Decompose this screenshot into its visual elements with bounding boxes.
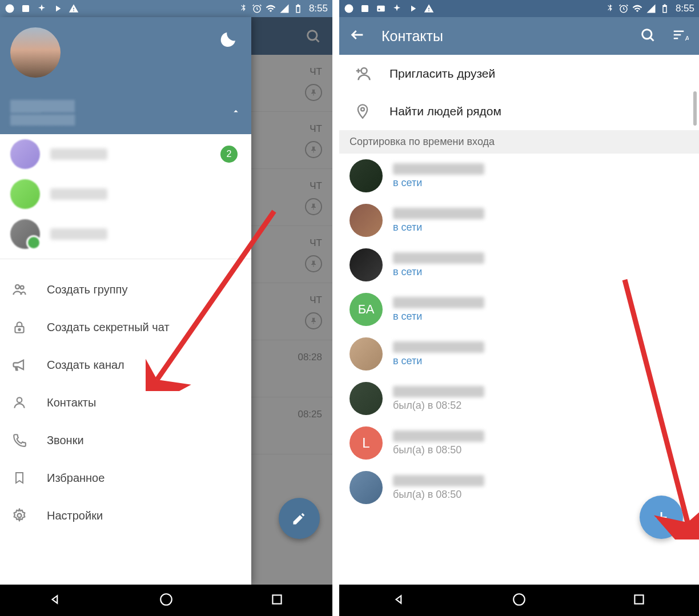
menu-secret-chat[interactable]: Создать секретный чат xyxy=(0,308,251,346)
gear-icon xyxy=(10,508,29,524)
svg-point-13 xyxy=(345,5,353,13)
menu-label: Настройки xyxy=(47,509,103,522)
user-avatar[interactable] xyxy=(10,27,61,78)
sort-icon[interactable]: A xyxy=(672,26,689,46)
menu-label: Создать секретный чат xyxy=(47,321,170,334)
svg-rect-15 xyxy=(377,6,385,12)
account-row[interactable] xyxy=(0,214,251,254)
status-time: 8:55 xyxy=(676,3,694,14)
contact-name xyxy=(393,208,484,219)
nav-home[interactable] xyxy=(512,592,527,609)
battery-icon xyxy=(293,3,303,14)
contact-row[interactable]: в сети xyxy=(339,154,699,198)
contact-avatar xyxy=(350,204,383,237)
phone-right: 8:55 Контакты A Пригласить друзей Найти … xyxy=(339,0,699,616)
account-row[interactable]: 2 xyxy=(0,134,251,174)
nearby-row[interactable]: Найти людей рядом xyxy=(339,92,699,130)
svg-point-7 xyxy=(18,329,20,331)
status-icon xyxy=(392,3,402,14)
bluetooth-icon xyxy=(238,3,248,14)
svg-point-21 xyxy=(361,108,364,111)
toolbar: Контакты A xyxy=(339,17,699,55)
compose-fab[interactable] xyxy=(279,498,320,539)
alarm-icon xyxy=(252,3,262,14)
nav-home[interactable] xyxy=(159,592,174,609)
svg-point-20 xyxy=(361,68,367,74)
divider xyxy=(0,259,251,259)
contact-row[interactable]: в сети xyxy=(339,243,699,287)
invite-icon xyxy=(353,65,372,82)
contact-avatar xyxy=(350,337,383,371)
menu-saved[interactable]: Избранное xyxy=(0,459,251,497)
nav-recent[interactable] xyxy=(270,592,284,609)
contact-avatar xyxy=(350,382,383,415)
account-row[interactable] xyxy=(0,174,251,214)
contact-status: был(а) в 08:50 xyxy=(393,444,484,456)
svg-rect-1 xyxy=(22,5,29,12)
scroll-indicator[interactable] xyxy=(693,91,697,126)
svg-text:A: A xyxy=(685,35,689,42)
add-contact-fab[interactable]: + xyxy=(640,496,683,539)
back-icon[interactable] xyxy=(350,27,365,45)
menu-create-channel[interactable]: Создать канал xyxy=(0,346,251,384)
action-label: Найти людей рядом xyxy=(389,104,501,118)
nav-back[interactable] xyxy=(392,592,407,609)
wifi-icon xyxy=(266,3,276,14)
svg-rect-12 xyxy=(272,595,281,603)
battery-icon xyxy=(660,3,670,14)
contact-row[interactable]: в сети xyxy=(339,198,699,243)
signal-icon xyxy=(646,3,656,14)
contact-status: в сети xyxy=(393,355,484,367)
status-time: 8:55 xyxy=(309,3,328,14)
nav-back[interactable] xyxy=(48,592,63,609)
svg-rect-14 xyxy=(361,5,368,12)
status-icon xyxy=(21,3,31,14)
menu-label: Создать группу xyxy=(47,283,127,296)
section-header: Сортировка по времени входа xyxy=(339,130,699,154)
status-icon xyxy=(376,3,386,14)
warning-icon xyxy=(424,3,434,14)
menu-label: Создать канал xyxy=(47,359,124,372)
search-icon[interactable] xyxy=(640,27,656,45)
status-bar: 8:55 xyxy=(0,0,332,17)
contact-avatar xyxy=(350,248,383,281)
status-icon xyxy=(5,3,15,14)
status-bar: 8:55 xyxy=(339,0,699,17)
status-icon xyxy=(344,3,354,14)
nav-bar xyxy=(339,585,699,616)
contact-status: в сети xyxy=(393,222,484,233)
account-avatar xyxy=(10,219,40,249)
nav-bar xyxy=(0,585,332,616)
svg-rect-24 xyxy=(634,595,643,603)
status-icon xyxy=(408,3,418,14)
svg-point-8 xyxy=(17,397,22,402)
menu-settings[interactable]: Настройки xyxy=(0,497,251,534)
megaphone-icon xyxy=(10,357,29,373)
night-mode-icon[interactable] xyxy=(219,31,238,51)
contact-name xyxy=(393,297,484,308)
account-name xyxy=(50,228,107,240)
contact-name xyxy=(393,430,484,442)
lock-icon xyxy=(10,320,29,335)
group-icon xyxy=(10,281,29,297)
contact-row[interactable]: в сети xyxy=(339,332,699,376)
menu-create-group[interactable]: Создать группу xyxy=(0,271,251,308)
contact-avatar: L xyxy=(350,426,383,460)
invite-friends-row[interactable]: Пригласить друзей xyxy=(339,55,699,92)
contact-name xyxy=(393,163,484,175)
account-name xyxy=(50,188,107,200)
nav-recent[interactable] xyxy=(632,592,646,609)
contact-row[interactable]: Lбыл(а) в 08:50 xyxy=(339,421,699,465)
svg-point-4 xyxy=(15,285,19,289)
menu-calls[interactable]: Звонки xyxy=(0,421,251,459)
contact-name xyxy=(393,341,484,353)
contact-avatar: БА xyxy=(350,293,383,326)
svg-point-0 xyxy=(6,5,14,13)
menu-contacts[interactable]: Контакты xyxy=(0,384,251,421)
expand-icon[interactable] xyxy=(231,106,241,119)
contact-name xyxy=(393,475,484,486)
contact-row[interactable]: БАв сети xyxy=(339,287,699,332)
contact-status: был(а) в 08:50 xyxy=(393,489,484,501)
contact-row[interactable]: был(а) в 08:52 xyxy=(339,376,699,421)
contact-avatar xyxy=(350,471,383,504)
